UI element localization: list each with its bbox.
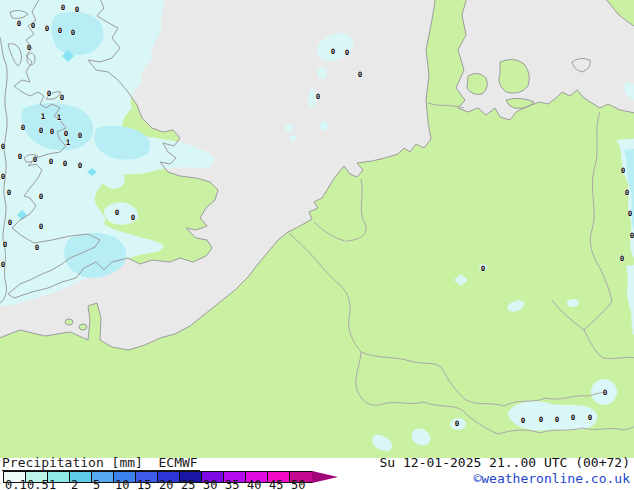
rain-amount-value: 0 (21, 123, 26, 132)
colorbar-value: 5 (93, 479, 100, 490)
rain-amount-value: 0 (588, 413, 593, 422)
rain-amount-value: 0 (358, 70, 363, 79)
weather-map-screenshot: 0000000000110000010000000000000000000000… (0, 0, 634, 490)
rain-amount-value: 1 (41, 112, 46, 121)
rain-amount-value: 0 (60, 93, 65, 102)
rain-amount-value: 0 (49, 157, 54, 166)
rain-amount-value: 0 (1, 260, 6, 269)
copyright-notice: ©weatheronline.co.uk (473, 472, 630, 486)
rain-amount-value: 0 (621, 166, 626, 175)
legend-title-unit: [mm] (112, 455, 143, 470)
rain-amount-value: 0 (18, 152, 23, 161)
rain-amount-value: 0 (78, 161, 83, 170)
rain-amount-value: 0 (58, 26, 63, 35)
rain-amount-value: 0 (64, 129, 69, 138)
colorbar-value: 20 (159, 479, 173, 490)
rain-amount-value: 0 (78, 131, 83, 140)
rain-amount-value: 0 (131, 213, 136, 222)
rain-amount-value: 0 (7, 188, 12, 197)
rain-amount-value: 0 (17, 19, 22, 28)
rain-amount-value: 0 (61, 3, 66, 12)
legend-title-model: ECMWF (159, 455, 198, 470)
rain-amount-value: 0 (316, 92, 321, 101)
rain-amount-value: 1 (66, 138, 71, 147)
rain-amount-value: 0 (39, 126, 44, 135)
rain-amount-value: 0 (3, 240, 8, 249)
rain-amount-value: 0 (47, 89, 52, 98)
rain-amount-value: 0 (31, 21, 36, 30)
legend-title: Precipitation [mm] ECMWF (2, 456, 200, 471)
colorbar-value: 10 (115, 479, 129, 490)
rain-amount-value: 0 (8, 218, 13, 227)
rain-amount-value: 0 (481, 264, 486, 273)
rain-amount-value: 0 (628, 209, 633, 218)
rain-amount-value: 0 (539, 415, 544, 424)
rain-amount-value: 0 (620, 254, 625, 263)
rain-amount-value: 0 (625, 188, 630, 197)
rain-amount-value: 0 (115, 208, 120, 217)
rain-amount-value: 0 (45, 24, 50, 33)
rain-amount-value: 0 (1, 172, 6, 181)
legend-title-parameter: Precipitation (2, 455, 104, 470)
rain-amount-value: 0 (571, 413, 576, 422)
colorbar-value: 1 (49, 479, 56, 490)
rain-amount-value: 0 (75, 5, 80, 14)
colorbar-value: 0.5 (27, 479, 49, 490)
rain-amount-value: 0 (331, 47, 336, 56)
colorbar-value: 25 (181, 479, 195, 490)
rain-amount-value: 0 (1, 142, 6, 151)
colorbar-value-labels: 0.10.5125101520253035404550 (0, 479, 360, 490)
rain-amount-value: 0 (27, 43, 32, 52)
rain-amount-value: 0 (50, 127, 55, 136)
rain-amount-value: 0 (71, 28, 76, 37)
rain-amount-value: 0 (345, 48, 350, 57)
rain-amount-value: 0 (630, 231, 634, 240)
colorbar-value: 30 (203, 479, 217, 490)
rain-amount-value: 0 (35, 243, 40, 252)
precipitation-map: 0000000000110000010000000000000000000000… (0, 0, 634, 458)
colorbar-value: 35 (225, 479, 239, 490)
colorbar-value: 40 (247, 479, 261, 490)
colorbar-value: 45 (269, 479, 283, 490)
rain-amount-value: 0 (521, 416, 526, 425)
colorbar-value: 50 (291, 479, 305, 490)
forecast-datetime: Su 12-01-2025 21..00 UTC (00+72) (380, 456, 630, 470)
colorbar-value: 2 (71, 479, 78, 490)
rain-amount-value: 0 (33, 155, 38, 164)
rain-amount-value: 1 (57, 113, 62, 122)
colorbar-value: 15 (137, 479, 151, 490)
rain-amount-value: 0 (39, 222, 44, 231)
rain-amount-value: 0 (603, 388, 608, 397)
rain-amount-value: 0 (455, 419, 460, 428)
rain-amount-value: 0 (39, 192, 44, 201)
rain-amount-value: 0 (63, 159, 68, 168)
colorbar-value: 0.1 (5, 479, 27, 490)
rain-amount-value: 0 (555, 415, 560, 424)
